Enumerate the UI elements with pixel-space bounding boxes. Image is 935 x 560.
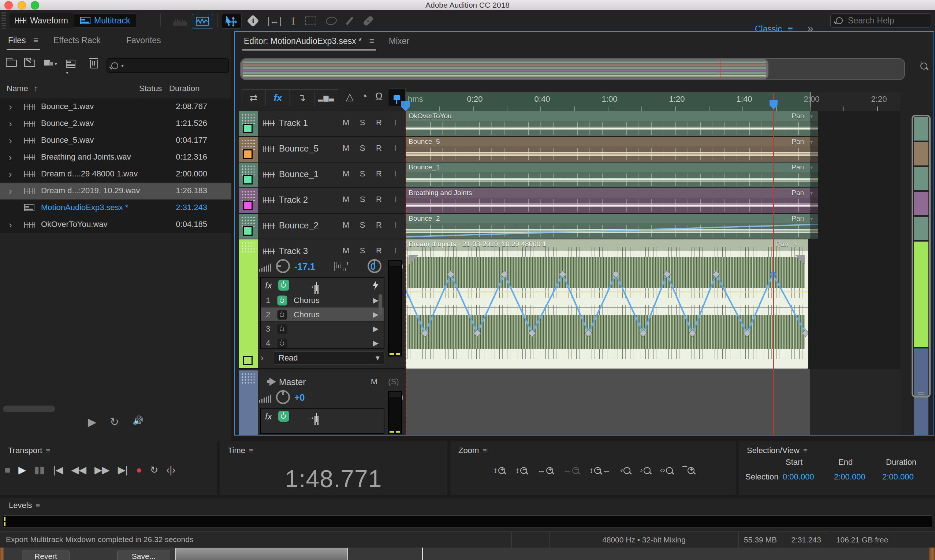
mute-button[interactable]: M xyxy=(340,118,351,128)
panel-menu-icon[interactable]: ≡ xyxy=(36,502,40,509)
mute-button[interactable]: M xyxy=(340,195,351,204)
skip-selection-button[interactable]: ‹|› xyxy=(166,465,175,476)
spot-healing-brush-tool[interactable] xyxy=(360,14,377,28)
fx-slot-3[interactable]: 3 ▶ xyxy=(261,322,384,336)
insert-into-multitrack-icon[interactable]: ▾ xyxy=(66,60,79,72)
mute-button[interactable]: M xyxy=(340,246,351,255)
track-eq-button[interactable]: ▂▆▃ xyxy=(314,89,338,106)
file-row[interactable]: › Breathing and Joints.wav0:12.316 xyxy=(0,149,231,166)
files-horizontal-scrollbar[interactable] xyxy=(3,406,55,412)
record-arm-button[interactable]: R xyxy=(374,118,384,128)
volume-knob[interactable] xyxy=(276,390,290,404)
track-header-master[interactable]: Master M (S) +0 ((•)) fx xyxy=(239,371,405,435)
expand-chevron-icon[interactable]: › xyxy=(9,219,12,231)
fx-slot-power-button[interactable] xyxy=(277,310,288,320)
marquee-selection-tool[interactable] xyxy=(302,14,319,28)
clip-breathing-and-joints[interactable]: Breathing and Joints Pan▼ xyxy=(406,188,818,213)
fx-rack-scrollbar[interactable] xyxy=(378,294,382,315)
track-color-strip[interactable] xyxy=(239,163,258,188)
track-color-strip[interactable] xyxy=(239,214,258,238)
search-options-caret[interactable]: ▾ xyxy=(121,63,124,68)
input-monitor-button[interactable]: I xyxy=(390,169,401,178)
spectral-display-icon[interactable] xyxy=(171,14,190,28)
selection-end-value[interactable]: 2:00.000 xyxy=(834,472,866,482)
zoom-in-time-button[interactable]: ↔+ xyxy=(537,466,554,475)
input-monitor-button[interactable]: I xyxy=(390,195,401,204)
rewind-button[interactable]: ◀◀ xyxy=(71,464,87,476)
track-sends-button[interactable]: ↴ xyxy=(290,89,314,106)
input-monitor-button[interactable]: I xyxy=(390,143,401,153)
column-name[interactable]: Name xyxy=(6,84,28,93)
track-color-strip[interactable] xyxy=(239,111,258,136)
timeline-row-bounce1[interactable]: Bounce_1 Pan▼ xyxy=(406,163,901,188)
column-duration[interactable]: Duration xyxy=(169,84,200,93)
expand-chevron-icon[interactable]: › xyxy=(9,169,12,180)
expand-chevron-icon[interactable]: › xyxy=(9,118,12,129)
zoom-in-amplitude-button[interactable]: ↕+ xyxy=(494,466,506,475)
clip-dream-droplets[interactable]: Dream droplets - 21-03-2019, 10.29 48000… xyxy=(406,239,808,369)
play-button[interactable]: ▶ xyxy=(88,415,96,432)
track-header-track2[interactable]: Track 2 M S R I xyxy=(239,188,405,214)
zoom-to-selection-button[interactable]: ‹› xyxy=(660,466,673,475)
solo-button[interactable]: S xyxy=(357,118,368,128)
track-color-strip[interactable] xyxy=(239,371,258,435)
track-header-track3[interactable]: Track 3 M S R I -17.1 0 ((•)) fx 1 Choru… xyxy=(239,239,405,369)
input-monitor-button[interactable]: I xyxy=(390,118,401,128)
move-tool[interactable] xyxy=(221,14,241,29)
slip-tool[interactable]: |↔| xyxy=(265,14,285,28)
vertical-scroll-thumb[interactable] xyxy=(912,115,930,397)
panel-menu-icon[interactable]: ≡ xyxy=(46,446,50,455)
expand-chevron-icon[interactable]: › xyxy=(261,353,264,363)
zoom-out-amplitude-button[interactable]: ↕− xyxy=(515,466,528,475)
file-row[interactable]: › Bounce_2.wav1:21.526 xyxy=(0,115,231,132)
record-button[interactable]: ● xyxy=(136,465,141,476)
fx-slot-power-button[interactable] xyxy=(277,324,288,334)
panel-menu-icon[interactable]: ≡ xyxy=(483,446,487,455)
vertical-track-navigator[interactable] xyxy=(914,117,929,435)
volume-value[interactable]: +0 xyxy=(294,392,305,403)
tab-effects-rack[interactable]: Effects Rack xyxy=(54,35,101,45)
record-arm-button[interactable]: R xyxy=(374,143,384,153)
zoom-out-full-button[interactable]: ↕−↔ xyxy=(589,466,611,475)
mute-button[interactable]: M xyxy=(340,220,351,230)
pre-fader-icon[interactable] xyxy=(307,282,319,292)
zoom-in-at-in-point-button[interactable]: ‹ xyxy=(620,466,631,475)
clip-okovertoyou[interactable]: OkOverToYou Pan▼ xyxy=(406,111,818,136)
solo-button[interactable]: S xyxy=(357,169,368,178)
loop-playback-button[interactable]: ↻ xyxy=(150,464,158,476)
time-display[interactable]: 1:48.771 xyxy=(220,465,448,493)
panel-menu-icon[interactable]: ≡ xyxy=(803,446,807,455)
lasso-selection-tool[interactable] xyxy=(323,14,340,28)
metronome-icon[interactable]: △ xyxy=(346,91,354,103)
stopwatch-icon[interactable]: ◔ xyxy=(361,91,367,102)
move-to-start-button[interactable]: |◀ xyxy=(53,464,63,476)
panel-menu-icon[interactable]: ≡ xyxy=(33,35,38,45)
files-search-box[interactable]: ▾ xyxy=(106,58,229,73)
toolbar-grip[interactable] xyxy=(2,12,6,29)
track-name[interactable]: Bounce_1 xyxy=(279,169,318,179)
fx-rack-power-button[interactable] xyxy=(278,411,289,422)
fx-slot-arrow-icon[interactable]: ▶ xyxy=(373,324,378,333)
timeline-row-track1[interactable]: OkOverToYou Pan▼ xyxy=(406,111,901,136)
zoom-out-time-button[interactable]: ↔− xyxy=(563,466,580,475)
clip-bounce1[interactable]: Bounce_1 Pan▼ xyxy=(406,163,818,188)
clip-bounce2[interactable]: Bounce_2 Pan▼ xyxy=(406,214,818,238)
timeline-row-track3[interactable]: Dream droplets - 21-03-2019, 10.29 48000… xyxy=(406,239,901,369)
solo-button[interactable]: S xyxy=(357,195,368,204)
file-row[interactable]: › Bounce_5.wav0:04.177 xyxy=(0,132,231,149)
input-monitor-button[interactable]: I xyxy=(390,246,401,255)
track-name[interactable]: Bounce_5 xyxy=(279,143,318,154)
open-file-icon[interactable] xyxy=(6,60,19,72)
record-arm-button[interactable]: R xyxy=(374,195,384,204)
help-search-box[interactable] xyxy=(830,13,931,28)
pan-envelope[interactable] xyxy=(406,251,808,369)
fx-slot-arrow-icon[interactable]: ▶ xyxy=(373,310,378,319)
record-arm-button[interactable]: R xyxy=(374,169,384,178)
track-name[interactable]: Bounce_2 xyxy=(279,220,318,231)
zoom-in-at-out-point-button[interactable]: › xyxy=(640,466,650,475)
track-header-bounce2[interactable]: Bounce_2 M S R I xyxy=(239,214,405,239)
timeline-area[interactable]: OkOverToYou Pan▼ Bounce_5 Pan▼ Bounce_1 … xyxy=(406,111,901,435)
track-color-strip[interactable] xyxy=(239,239,258,368)
paintbrush-tool[interactable] xyxy=(342,14,357,28)
track-io-button[interactable]: ⇄ xyxy=(241,89,266,106)
